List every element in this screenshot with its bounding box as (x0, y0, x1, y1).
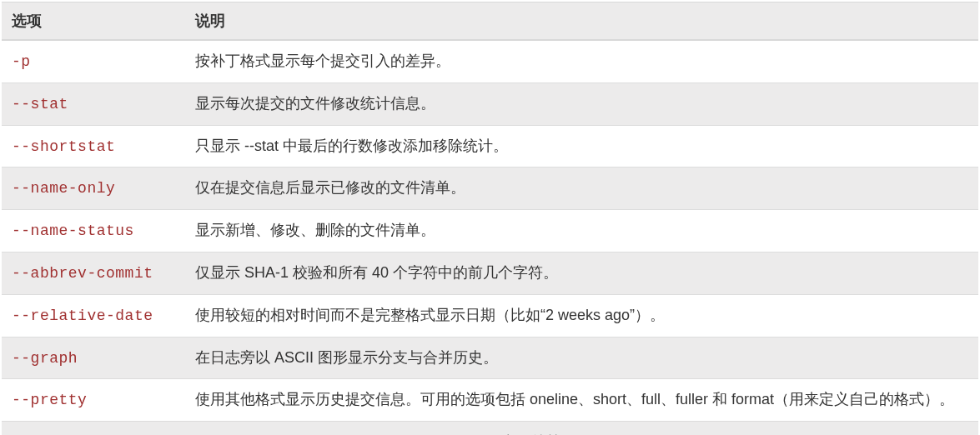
option-cell: --pretty (2, 379, 185, 422)
description-text: 使用较短的相对时间而不是完整格式显示日期（比如“2 weeks ago”）。 (195, 307, 665, 323)
table-row: --name-status显示新增、修改、删除的文件清单。 (2, 210, 978, 252)
option-cell: --relative-date (2, 294, 185, 337)
description-cell: 按补丁格式显示每个提交引入的差异。 (185, 40, 978, 82)
table-row: --oneline--pretty=oneline --abbrev-commi… (2, 422, 978, 435)
option-code: -p (12, 53, 31, 70)
table-row: --abbrev-commit仅显示 SHA-1 校验和所有 40 个字符中的前… (2, 252, 978, 294)
option-cell: --shortstat (2, 125, 185, 168)
table-row: --name-only仅在提交信息后显示已修改的文件清单。 (2, 168, 978, 210)
description-text: 按补丁格式显示每个提交引入的差异。 (195, 52, 450, 69)
description-text: 在日志旁以 ASCII 图形显示分支与合并历史。 (195, 349, 498, 366)
option-cell: --name-only (2, 168, 185, 210)
description-cell: 显示新增、修改、删除的文件清单。 (185, 210, 978, 252)
option-code: --pretty (12, 392, 87, 408)
option-code: --name-status (12, 222, 134, 239)
option-code: --stat (12, 96, 68, 112)
option-code: --relative-date (12, 308, 153, 324)
header-option: 选项 (2, 2, 185, 41)
description-cell: 仅在提交信息后显示已修改的文件清单。 (185, 168, 978, 210)
option-cell: --stat (2, 82, 185, 125)
option-code: --graph (12, 350, 78, 367)
option-cell: --abbrev-commit (2, 252, 185, 294)
description-text: 使用其他格式显示历史提交信息。可用的选项包括 oneline、short、ful… (195, 391, 954, 408)
description-text: 只显示 --stat 中最后的行数修改添加移除统计。 (195, 138, 508, 154)
description-cell: 在日志旁以 ASCII 图形显示分支与合并历史。 (185, 337, 978, 379)
description-cell: 显示每次提交的文件修改统计信息。 (185, 82, 978, 125)
description-cell: --pretty=oneline --abbrev-commit 合用的简写。 (185, 422, 978, 435)
description-cell: 使用较短的相对时间而不是完整格式显示日期（比如“2 weeks ago”）。 (185, 294, 978, 337)
description-text: 仅显示 SHA-1 校验和所有 40 个字符中的前几个字符。 (195, 264, 558, 281)
description-cell: 只显示 --stat 中最后的行数修改添加移除统计。 (185, 125, 978, 168)
option-code: --shortstat (12, 138, 115, 155)
option-cell: -p (2, 40, 185, 82)
header-description: 说明 (185, 2, 978, 41)
description-cell: 仅显示 SHA-1 校验和所有 40 个字符中的前几个字符。 (185, 252, 978, 294)
option-cell: --graph (2, 337, 185, 379)
option-cell: --name-status (2, 210, 185, 252)
description-text: 显示每次提交的文件修改统计信息。 (195, 95, 435, 112)
description-cell: 使用其他格式显示历史提交信息。可用的选项包括 oneline、short、ful… (185, 379, 978, 422)
table-row: --stat显示每次提交的文件修改统计信息。 (2, 82, 978, 125)
option-code: --name-only (12, 180, 115, 197)
option-cell: --oneline (2, 422, 185, 435)
table-row: -p按补丁格式显示每个提交引入的差异。 (2, 40, 978, 82)
table-header-row: 选项 说明 (2, 2, 978, 41)
table-row: --shortstat只显示 --stat 中最后的行数修改添加移除统计。 (2, 125, 978, 168)
git-log-options-table: 选项 说明 -p按补丁格式显示每个提交引入的差异。--stat显示每次提交的文件… (2, 2, 978, 435)
description-text: 显示新增、修改、删除的文件清单。 (195, 222, 435, 238)
description-text: 仅在提交信息后显示已修改的文件清单。 (195, 179, 465, 196)
table-row: --graph在日志旁以 ASCII 图形显示分支与合并历史。 (2, 337, 978, 379)
table-row: --relative-date使用较短的相对时间而不是完整格式显示日期（比如“2… (2, 294, 978, 337)
option-code: --abbrev-commit (12, 265, 153, 282)
table-row: --pretty使用其他格式显示历史提交信息。可用的选项包括 oneline、s… (2, 379, 978, 422)
